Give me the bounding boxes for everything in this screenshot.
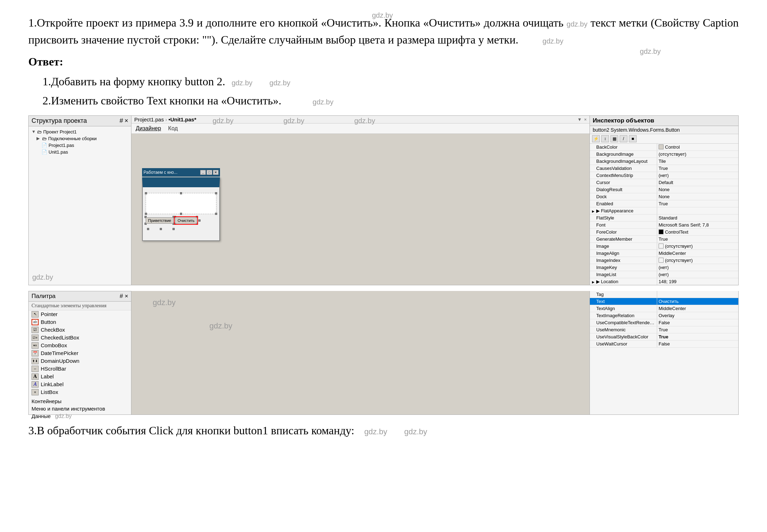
prop-row-flatstyle[interactable]: FlatStyleStandard: [590, 214, 738, 222]
bottom-prop-row[interactable]: TextAlignMiddleCenter: [590, 305, 738, 312]
toolbar-btn-5[interactable]: ■: [629, 135, 637, 142]
prop-row-causesvalidation[interactable]: CausesValidationTrue: [590, 165, 738, 172]
palette-item-listbox[interactable]: ≡ ListBox: [29, 388, 131, 396]
palette-item-datetimepicker[interactable]: 📅 DateTimePicker: [29, 349, 131, 357]
prop-row-flatappearance[interactable]: ▶ FlatAppearance: [590, 207, 738, 214]
breadcrumb-unit1[interactable]: •Unit1.pas*: [168, 116, 196, 122]
handle-tc: [180, 192, 182, 194]
palette-item-domainupdown[interactable]: ⬆⬇ DomainUpDown: [29, 357, 131, 365]
prop-row-image[interactable]: Image(отсутствует): [590, 243, 738, 250]
palette-item-menutoolbar[interactable]: Меню и панели инструментов: [29, 405, 131, 412]
prop-row-dialogresult[interactable]: DialogResultNone: [590, 186, 738, 193]
prop-value: MiddleCenter: [657, 250, 738, 257]
prop-value: (нет): [657, 172, 738, 179]
prop-row-generatemember[interactable]: GenerateMemberTrue: [590, 236, 738, 243]
prop-row-backcolor[interactable]: BackColorControl: [590, 144, 738, 151]
bottom-prop-row[interactable]: TextОчистить: [590, 298, 738, 305]
palette-item-label[interactable]: A Label: [29, 373, 131, 381]
close-btn[interactable]: ✕: [213, 170, 219, 175]
prop-row-contextmenustrip[interactable]: ContextMenuStrip(нет): [590, 172, 738, 179]
bottom-prop-row[interactable]: UseCompatibleTextRenderingFalse: [590, 319, 738, 326]
palette-pin[interactable]: #: [120, 293, 123, 299]
palette-item-checkedlistbox[interactable]: ☑≡ CheckedListBox: [29, 334, 131, 342]
palette-close[interactable]: ×: [125, 293, 128, 299]
minimize-btn[interactable]: _: [200, 170, 206, 175]
dropdown-arrow[interactable]: ▼: [577, 117, 582, 122]
tree-item-assemblies[interactable]: ▶ 🗁 Подключенные сборки: [35, 135, 130, 142]
breadcrumb-project1[interactable]: Project1.pas: [134, 116, 164, 122]
prop-row-imagealign[interactable]: ImageAlignMiddleCenter: [590, 250, 738, 257]
bottom-prop-value-text: Очистить: [659, 299, 679, 304]
form-window-controls: _ □ ✕: [200, 170, 219, 175]
toolbar-btn-2[interactable]: ↕: [601, 135, 609, 142]
answer-section: Ответ:: [28, 55, 739, 68]
prop-row-backgroundimagelayout[interactable]: BackgroundImageLayoutTile: [590, 158, 738, 165]
tree-item-project1[interactable]: ▼ 🗁 Проект Project1: [30, 128, 130, 135]
prop-name: Font: [590, 222, 657, 228]
watermark-1: gdz.by: [566, 20, 587, 28]
prop-value: True: [657, 165, 738, 172]
prop-row-forecolor[interactable]: ForeColorControlText: [590, 229, 738, 236]
toolbar-btn-4[interactable]: /: [620, 135, 627, 142]
prop-row-cursor[interactable]: CursorDefault: [590, 179, 738, 186]
palette-label-checkedlistbox: CheckedListBox: [41, 334, 79, 341]
watermark-step1a: gdz.by: [232, 79, 253, 87]
palette-item-checkbox[interactable]: ☑ CheckBox: [29, 326, 131, 334]
prop-row-dock[interactable]: DockNone: [590, 193, 738, 200]
bottom-prop-row[interactable]: UseMnemonicTrue: [590, 326, 738, 333]
palette-item-pointer[interactable]: ↖ Pointer: [29, 310, 131, 318]
folder-icon-2: 🗁: [42, 136, 47, 141]
prop-value-text: (нет): [659, 272, 669, 277]
bottom-prop-name: UseMnemonic: [590, 326, 657, 333]
close-icon[interactable]: ×: [124, 117, 128, 125]
toolbar-btn-1[interactable]: ⚡: [592, 135, 600, 142]
linklabel-icon: A: [32, 381, 39, 388]
bottom-prop-value: True: [657, 333, 738, 340]
tab-designer[interactable]: Дизайнер: [134, 125, 163, 132]
palette-item-linklabel[interactable]: A LinkLabel: [29, 381, 131, 388]
palette-item-combobox[interactable]: ▾≡ ComboBox: [29, 342, 131, 349]
prop-row-imagelist[interactable]: ImageList(нет): [590, 271, 738, 278]
bottom-prop-row[interactable]: Tag: [590, 291, 738, 298]
palette-item-hscrollbar[interactable]: ↔ HScrollBar: [29, 365, 131, 373]
prop-value: None: [657, 186, 738, 193]
intro-text-content: 1.Откройте проект из примера 3.9 и допол…: [28, 16, 739, 46]
palette-label-pointer: Pointer: [41, 311, 58, 317]
maximize-btn[interactable]: □: [207, 170, 212, 175]
form-container: Работаем с кно... _ □ ✕: [142, 177, 220, 241]
palette-item-button[interactable]: ab Button: [29, 318, 131, 326]
watermark-bottom1: gdz.by: [364, 427, 387, 436]
bottom-prop-row[interactable]: UseWaitCursorFalse: [590, 341, 738, 348]
form-window: Приветствие Очистить: [142, 177, 220, 241]
pin-icon[interactable]: #: [119, 117, 123, 125]
tree-item-unit1pas[interactable]: 📄 Unit1.pas: [40, 149, 130, 155]
bottom-prop-row[interactable]: UseVisualStyleBackColorTrue: [590, 333, 738, 341]
prop-value: Control: [657, 144, 738, 150]
form-button-ochistit[interactable]: Очистить: [175, 217, 197, 224]
prop-row-enabled[interactable]: EnabledTrue: [590, 200, 738, 207]
palette-item-data[interactable]: Данные gdz.by: [29, 412, 131, 420]
prop-name: Dock: [590, 193, 657, 200]
prop-row-imageindex[interactable]: ImageIndex(отсутствует): [590, 257, 738, 264]
prop-value: (отсутствует): [657, 151, 738, 158]
tab-code[interactable]: Код: [167, 125, 179, 132]
tree-item-project1pas[interactable]: 📄 Project1.pas: [40, 142, 130, 149]
watermark-top2: gdz.by: [640, 46, 661, 57]
tree-label-project1pas: Project1.pas: [49, 143, 74, 148]
prop-row-location[interactable]: ▶ Location148; 199: [590, 278, 738, 285]
palette-item-containers[interactable]: Контейнеры: [29, 397, 131, 405]
form-label[interactable]: [146, 193, 216, 214]
handle-b1: [147, 228, 149, 230]
prop-row-backgroundimage[interactable]: BackgroundImage(отсутствует): [590, 151, 738, 158]
prop-row-font[interactable]: FontMicrosoft Sans Serif; 7,8: [590, 222, 738, 229]
toolbar-btn-3[interactable]: ▦: [610, 135, 618, 142]
image-box: [659, 244, 664, 248]
bottom-prop-row[interactable]: TextImageRelationOverlay: [590, 312, 738, 319]
form-button-privetstvie[interactable]: Приветствие: [146, 217, 174, 224]
palette-panel: Палитра # × Стандартные элементы управле…: [29, 291, 131, 414]
color-swatch: [659, 144, 664, 149]
prop-row-imagekey[interactable]: ImageKey(нет): [590, 264, 738, 271]
bottom-middle: gdz.by gdz.by: [131, 291, 590, 414]
prop-name: ForeColor: [590, 229, 657, 235]
breadcrumb-x[interactable]: ×: [584, 117, 587, 122]
